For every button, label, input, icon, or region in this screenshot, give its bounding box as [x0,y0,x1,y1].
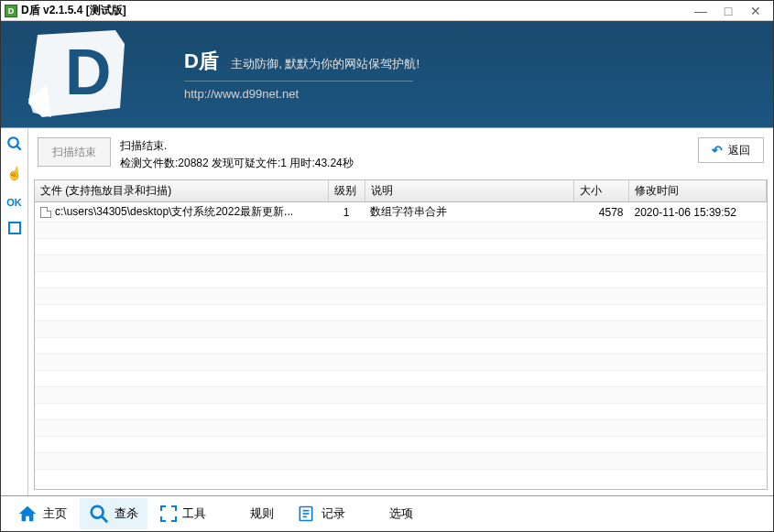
col-header-file[interactable]: 文件 (支持拖放目录和扫描) [35,180,328,202]
nav-log-label: 记录 [322,505,345,522]
cell-desc: 数组字符串合并 [365,202,574,223]
app-slogan: 主动防御, 默默为你的网站保驾护航! [231,56,420,72]
table-row-empty [35,404,767,420]
table-row-empty [35,338,767,354]
table-row-empty [35,223,767,239]
table-row-empty [35,354,767,371]
col-header-size[interactable]: 大小 [574,180,629,202]
table-row-empty [35,305,767,321]
window-controls: — □ ✕ [694,5,769,17]
nav-scan[interactable]: 查杀 [80,498,147,529]
content: 扫描结束 扫描结束. 检测文件数:20882 发现可疑文件:1 用时:43.24… [28,128,773,495]
toolbar: 扫描结束 扫描结束. 检测文件数:20882 发现可疑文件:1 用时:43.24… [34,134,768,176]
cell-level: 1 [328,202,365,223]
table-row-empty [35,288,767,305]
logo: D [19,21,147,127]
rules-icon [228,505,245,522]
app-icon: D [5,5,17,17]
app-name: D盾 [184,48,219,75]
table-row-empty [35,420,767,437]
table-row-empty [35,453,767,470]
main-area: ☝ OK 扫描结束 扫描结束. 检测文件数:20882 发现可疑文件:1 用时:… [1,127,773,496]
return-icon: ↶ [712,143,723,157]
nav-options-label: 选项 [389,505,413,522]
minimize-button[interactable]: — [694,5,707,17]
table-row-empty [35,470,767,486]
col-header-mtime[interactable]: 修改时间 [629,180,767,202]
titlebar: D D盾 v2.1.5.4 [测试版] — □ ✕ [1,1,773,21]
results-table: 文件 (支持拖放目录和扫描) 级别 说明 大小 修改时间 c:\users\34… [35,180,767,486]
options-icon [367,505,384,522]
table-row-empty [35,387,767,404]
return-label: 返回 [728,143,750,158]
cell-file: c:\users\34305\desktop\支付系统2022最新更新... [35,202,328,223]
table-row-empty [35,437,767,453]
header-banner: D D盾 主动防御, 默默为你的网站保驾护航! http://www.d99ne… [1,21,773,127]
table-row-empty [35,321,767,338]
table-row-empty [35,371,767,387]
table-row[interactable]: c:\users\34305\desktop\支付系统2022最新更新... 1… [35,202,767,223]
col-header-level[interactable]: 级别 [328,180,365,202]
svg-point-3 [8,137,18,147]
app-url[interactable]: http://www.d99net.net [184,81,413,101]
cell-size: 4578 [574,202,629,223]
nav-home[interactable]: 主页 [8,498,76,529]
app-window: D D盾 v2.1.5.4 [测试版] — □ ✕ D D盾 主动防御, 默默为… [0,0,774,532]
results-table-container: 文件 (支持拖放目录和扫描) 级别 说明 大小 修改时间 c:\users\34… [34,179,768,490]
sidebar-square-icon[interactable] [8,222,21,234]
status-line1: 扫描结束. [120,137,689,155]
close-button[interactable]: ✕ [749,5,762,17]
header-text: D盾 主动防御, 默默为你的网站保驾护航! http://www.d99net.… [184,48,420,101]
svg-line-6 [102,516,107,522]
nav-rules[interactable]: 规则 [219,500,283,527]
scan-button[interactable]: 扫描结束 [38,137,111,167]
svg-text:D: D [65,37,112,108]
status-line2: 检测文件数:20882 发现可疑文件:1 用时:43.24秒 [120,155,689,172]
file-icon [40,207,51,218]
bottom-nav: 主页 查杀 工具 规则 记录 选项 [1,496,773,531]
sidebar: ☝ OK [1,128,28,495]
log-icon [296,504,316,524]
table-header-row: 文件 (支持拖放目录和扫描) 级别 说明 大小 修改时间 [35,180,767,202]
sidebar-search-icon[interactable] [5,134,25,154]
nav-scan-label: 查杀 [114,505,138,522]
table-row-empty [35,272,767,288]
nav-home-label: 主页 [43,505,67,522]
nav-options[interactable]: 选项 [358,500,422,527]
table-row-empty [35,239,767,255]
nav-rules-label: 规则 [250,505,274,522]
status-text: 扫描结束. 检测文件数:20882 发现可疑文件:1 用时:43.24秒 [120,137,689,172]
table-row-empty [35,255,767,272]
window-title: D盾 v2.1.5.4 [测试版] [21,3,694,18]
nav-log[interactable]: 记录 [287,498,354,529]
col-header-desc[interactable]: 说明 [365,180,574,202]
return-button[interactable]: ↶ 返回 [698,137,764,163]
sidebar-hand-icon[interactable]: ☝ [5,163,25,183]
svg-point-5 [92,506,104,518]
tools-icon [160,505,177,522]
nav-tools-label: 工具 [182,505,206,522]
maximize-button[interactable]: □ [722,5,735,17]
home-icon [17,504,38,524]
sidebar-ok-icon[interactable]: OK [5,192,25,212]
cell-mtime: 2020-11-06 15:39:52 [629,202,767,223]
nav-tools[interactable]: 工具 [151,500,215,527]
svg-line-4 [16,146,21,150]
search-icon [89,504,109,524]
